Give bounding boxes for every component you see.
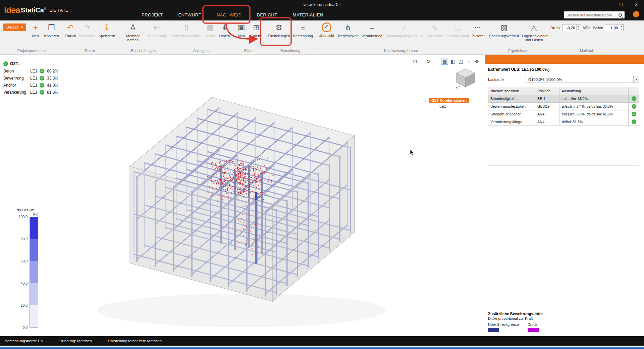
- ribbon-bemassung-button[interactable]: ⇤ Bemaßung: [147, 21, 167, 39]
- button-label: Einstellungen: [268, 34, 290, 38]
- wireframe-view-icon[interactable]: ▦: [441, 58, 448, 65]
- 3d-viewport[interactable]: ✓ GZT: Beton LE1 ✓ 68,2% Bewehrung LE1 ✓…: [0, 55, 485, 336]
- button-label: Lasten: [219, 34, 230, 38]
- navigation-cube[interactable]: [453, 66, 478, 90]
- check-ok-icon: ✓: [40, 83, 44, 88]
- anchorage-icon: ⌣: [369, 22, 374, 33]
- group-label-bilder: Bilder: [234, 47, 263, 54]
- ribbon-zurueck-button[interactable]: ↶ Zurück: [63, 21, 77, 39]
- info-button[interactable]: i: [633, 11, 639, 17]
- menu-nachweis[interactable]: NACHWEIS: [216, 11, 242, 19]
- ribbon-tragfaehigkeit-button[interactable]: ⋔ Tragfähigkeit: [336, 21, 360, 39]
- ribbon-zusatz-button[interactable]: ••• Zusatz: [471, 21, 485, 39]
- color-scale-gradient: [30, 217, 38, 328]
- deflection-icon: ◡: [454, 22, 461, 33]
- ribbon-member-names-button[interactable]: A Member names: [119, 21, 146, 43]
- cell-pos: Verankerungslänge: [488, 118, 535, 126]
- table-row[interactable]: Betonfestigkeit BB 1 σc/σc,lim: 68,2% ✓: [488, 95, 639, 103]
- step-up-icon[interactable]: ▲: [619, 24, 623, 28]
- calculate-icon: ±: [301, 22, 305, 33]
- laststufe-value: G100,0%, V100,0%: [526, 78, 633, 82]
- ribbon-lagerreaktionen-button[interactable]: △ Lagerreaktionen und Lasten: [521, 21, 547, 43]
- perspective-view-icon[interactable]: ◳: [457, 58, 464, 65]
- gzt-row-verankerung: Verankerung LE1 ✓ 81,3%: [3, 89, 58, 96]
- col-position: Position: [535, 87, 559, 95]
- ribbon-einstellungen-button[interactable]: ⚙ Einstellungen: [266, 21, 291, 39]
- table-row[interactable]: Strength of anchor AN4 εs/εs,lim: 0,9%, …: [488, 110, 639, 118]
- ribbon-neu-bild-button[interactable]: ▣ Neu: [234, 21, 249, 39]
- button-label: Zurück: [65, 34, 76, 38]
- button-label: Durchbiegung: [446, 34, 469, 38]
- search-icon[interactable]: [619, 13, 622, 17]
- cell-ausnutzung: εs/εs,lim: 0,9%, σs/σs,lim: 41,8%: [559, 110, 629, 118]
- window-controls: — ❐ ✕: [598, 0, 644, 9]
- search-input[interactable]: [564, 13, 619, 17]
- info-title: Zusätzliche Bewehrungs-Info:: [488, 312, 639, 316]
- status-einheiten: Darstellungseinheiten: Metrisch: [108, 339, 162, 343]
- clip-plane-icon[interactable]: ↻: [425, 58, 432, 65]
- home-view-icon[interactable]: ⌂: [465, 58, 472, 65]
- maximize-button[interactable]: ❐: [613, 0, 629, 9]
- druck-stepper[interactable]: ▲▼: [576, 24, 581, 31]
- detail-selector-button[interactable]: Detail1 ▾: [3, 23, 26, 31]
- druck-field: Druck ▲▼ MPa: [550, 24, 591, 31]
- ribbon-speichern-button[interactable]: ↧ Speichern: [97, 21, 117, 39]
- more-options-icon: •••: [475, 22, 481, 33]
- ribbon-verankerung-button[interactable]: ⌣ Verankerung: [360, 21, 383, 39]
- menu-bericht[interactable]: BERICHT: [256, 11, 278, 19]
- ribbon-durchbiegung-button[interactable]: ◡ Durchbiegung: [445, 21, 471, 39]
- step-down-icon[interactable]: ▼: [619, 28, 623, 31]
- close-button[interactable]: ✕: [629, 0, 644, 9]
- fit-view-icon[interactable]: ✥: [473, 58, 480, 65]
- step-down-icon[interactable]: ▼: [577, 28, 581, 31]
- crop-view-icon[interactable]: ⊡: [412, 58, 419, 65]
- group-label-projektpositionen: Projektpositionen: [3, 47, 60, 54]
- gzt-kombinationen-node[interactable]: GZT Kombinationen: [429, 98, 469, 103]
- stress-flow-icon: ▨: [500, 22, 508, 33]
- scale-tick: 20,0: [21, 303, 28, 307]
- ribbon-neu-project-button[interactable]: + Neu: [29, 21, 43, 39]
- legend-label: Druck: [528, 322, 539, 327]
- ribbon-spannungsbegrenzung-button[interactable]: ∕ Spannungsbegrenzung: [384, 21, 425, 39]
- gzt-title: GZT:: [10, 61, 19, 66]
- ribbon-group-beschriftungen: A Member names ⇤ Bemaßung Beschriftungen: [118, 20, 169, 54]
- menu-projekt[interactable]: PROJEKT: [141, 11, 163, 19]
- combinations-tree: ⌄ GZT Kombinationen LE1: [424, 98, 469, 108]
- minimize-button[interactable]: —: [598, 0, 613, 9]
- ribbon-spannungsverlauf-button[interactable]: ▨ Spannungsverlauf: [488, 21, 520, 39]
- ribbon-kopieren-button[interactable]: ❐ Kopieren: [43, 21, 60, 39]
- yield-color-swatch: [488, 328, 499, 332]
- ribbon-uebersicht-button[interactable]: ✓ Übersicht: [317, 21, 335, 39]
- additional-rebar-info: Zusätzliche Bewehrungs-Info: Dicke propo…: [488, 312, 639, 336]
- status-rundung: Rundung: Metrisch: [59, 339, 92, 343]
- taskbar-edge: [0, 347, 644, 349]
- clip-plane-chevron-icon[interactable]: ⌄: [433, 58, 437, 65]
- ribbon-bewehrungsstaebe-button[interactable]: ▯ Bewehrungsstäbe: [170, 21, 203, 39]
- group-label-anzeigen: Anzeigen: [170, 47, 231, 54]
- table-row[interactable]: Verankerungslänge AN4 τb/fbd: 81,3% ✓: [488, 118, 639, 126]
- crop-view-chevron-icon[interactable]: ⌄: [420, 58, 424, 65]
- ribbon-berechnung-button[interactable]: ± Berechnung: [292, 21, 314, 39]
- table-row[interactable]: Bewehrungsfestigkeit GB3D2 εs/εs,lim: 2,…: [488, 103, 639, 110]
- main-menu: PROJEKT ENTWURF NACHWEIS BERICHT MATERIA…: [141, 9, 324, 20]
- ribbon-raster-button[interactable]: ▦ Raster: [203, 21, 217, 39]
- col-status: [629, 87, 639, 95]
- ribbon-galerie-button[interactable]: ⊞ Galerie: [249, 21, 263, 39]
- step-up-icon[interactable]: ▲: [577, 24, 581, 28]
- beton-stepper[interactable]: ▲▼: [619, 24, 623, 31]
- brand-idea: idea: [4, 5, 20, 15]
- check-ok-icon: ✓: [40, 90, 44, 95]
- ribbon-lasten-button[interactable]: ↡ Lasten: [217, 21, 231, 39]
- menu-materialien[interactable]: MATERIALIEN: [292, 11, 324, 19]
- ribbon: Detail1 ▾ + Neu ❐ Kopieren Projektpositi…: [0, 20, 644, 55]
- ribbon-nochmals-button[interactable]: ↷ Nochmals: [78, 21, 97, 39]
- menu-entwurf[interactable]: ENTWURF: [177, 11, 202, 19]
- le1-node[interactable]: LE1: [439, 104, 469, 108]
- info-icon: i: [636, 12, 637, 17]
- scale-tick: 60,0: [21, 259, 28, 263]
- solid-view-icon[interactable]: ◧: [449, 58, 456, 65]
- laststufe-dropdown[interactable]: G100,0%, V100,0% ▾: [526, 76, 639, 83]
- tree-collapse-icon[interactable]: ⌄: [424, 98, 427, 103]
- cell-ausnutzung: σc/σc,lim: 68,2%: [559, 95, 629, 103]
- ribbon-rissbreite-button[interactable]: ∿ Rissbreite: [425, 21, 444, 39]
